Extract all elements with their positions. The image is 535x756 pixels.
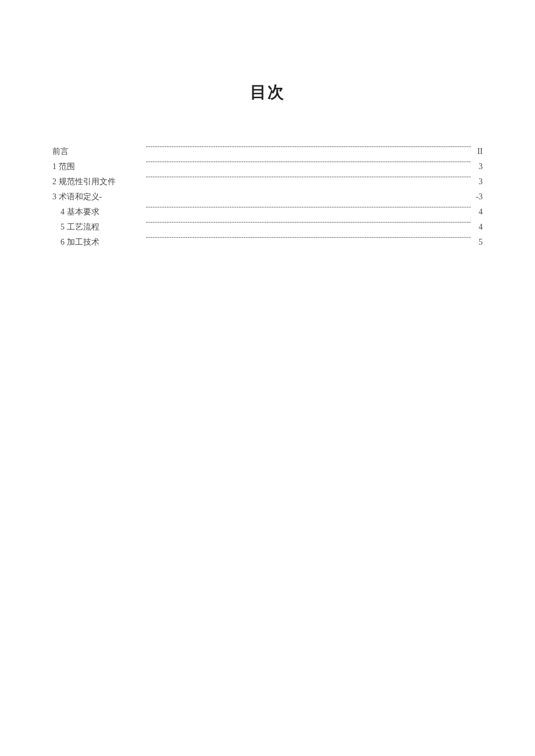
toc-label: 6 加工技术 xyxy=(60,235,99,250)
toc-label: 5 工艺流程 xyxy=(60,220,99,235)
toc-entry-preface: 前言 II xyxy=(52,144,483,159)
toc-page: -3 xyxy=(473,189,483,205)
table-of-contents: 前言 II 1 范围 3 2 规范性引用文件 3 3 术语和定义- -3 4 基… xyxy=(52,144,483,250)
toc-entry-scope: 1 范围 3 xyxy=(52,159,483,174)
toc-page: 5 xyxy=(473,235,483,250)
toc-entry-basic-requirements: 4 基本要求 4 xyxy=(52,205,483,220)
toc-label: 4 基本要求 xyxy=(60,205,99,220)
toc-leader xyxy=(102,206,472,214)
toc-label: 前言 xyxy=(52,144,69,159)
toc-label: 1 范围 xyxy=(52,159,75,174)
toc-entry-processing-technology: 6 加工技术 5 xyxy=(52,235,483,250)
toc-entry-terms-definitions: 3 术语和定义- -3 xyxy=(52,189,483,205)
toc-leader xyxy=(102,221,472,230)
toc-page: 3 xyxy=(473,159,483,174)
toc-page: 4 xyxy=(473,220,483,235)
toc-entry-normative-references: 2 规范性引用文件 3 xyxy=(52,174,483,189)
toc-page: 4 xyxy=(473,205,483,220)
toc-entry-process-flow: 5 工艺流程 4 xyxy=(52,220,483,235)
toc-leader xyxy=(77,161,472,169)
toc-leader xyxy=(118,176,472,184)
toc-leader xyxy=(71,146,471,154)
toc-page: 3 xyxy=(473,174,483,189)
toc-label: 3 术语和定义- xyxy=(52,189,102,205)
page-title: 目次 xyxy=(52,81,483,103)
toc-label: 2 规范性引用文件 xyxy=(52,174,116,189)
toc-leader xyxy=(102,237,472,245)
toc-page: II xyxy=(473,144,483,159)
